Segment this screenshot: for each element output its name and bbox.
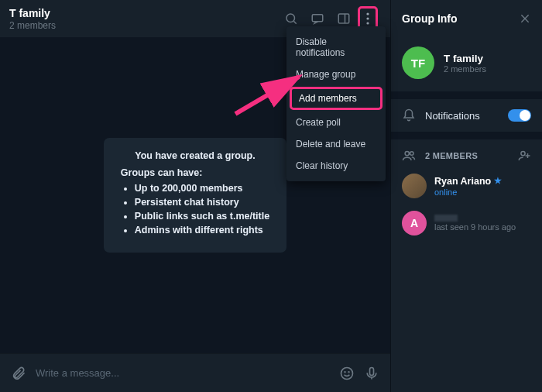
card-bullets: Up to 200,000 members Persistent chat hi… — [121, 183, 269, 236]
svg-point-10 — [345, 371, 345, 372]
message-input[interactable]: Write a message... — [36, 367, 330, 379]
bell-icon — [402, 108, 416, 122]
menu-manage-group[interactable]: Manage group — [286, 64, 386, 85]
svg-point-11 — [348, 371, 349, 372]
group-avatar: TF — [402, 46, 434, 79]
card-bullet: Up to 200,000 members — [135, 183, 269, 194]
chat-area: T family 2 members Disable notifications… — [0, 0, 390, 392]
panel-title: Group Info — [402, 12, 458, 25]
notifications-toggle[interactable] — [508, 109, 531, 122]
redacted-name — [434, 215, 458, 222]
svg-point-5 — [366, 12, 369, 15]
close-icon[interactable] — [519, 12, 531, 25]
members-header: 2 MEMBERS — [391, 139, 542, 167]
group-name: T family — [444, 53, 486, 64]
menu-delete-and-leave[interactable]: Delete and leave — [286, 133, 386, 155]
svg-line-1 — [293, 21, 296, 23]
chat-subtitle: 2 members — [9, 20, 273, 31]
admin-star-icon: ★ — [494, 176, 502, 186]
member-row[interactable]: A last seen 9 hours ago — [391, 205, 542, 242]
avatar — [402, 174, 427, 198]
divider — [391, 91, 542, 99]
card-bullet: Persistent chat history — [135, 197, 269, 208]
voice-icon[interactable] — [364, 366, 379, 381]
member-name: Ryan Ariano★ — [434, 176, 502, 187]
svg-point-16 — [410, 152, 414, 156]
panel-header: Group Info — [391, 0, 542, 37]
svg-point-7 — [366, 22, 369, 24]
group-summary[interactable]: TF T family 2 members — [391, 37, 542, 91]
menu-disable-notifications[interactable]: Disable notifications — [286, 31, 386, 64]
more-menu: Disable notifications Manage group Add m… — [286, 26, 386, 181]
card-bullet: Admins with different rights — [135, 225, 269, 236]
svg-point-0 — [286, 14, 295, 22]
group-members-count: 2 members — [444, 64, 486, 74]
card-bullet: Public links such as t.me/title — [135, 211, 269, 222]
avatar: A — [402, 211, 427, 236]
member-status: online — [434, 187, 502, 197]
chat-title-block[interactable]: T family 2 members — [9, 7, 273, 31]
divider — [391, 132, 542, 139]
group-created-card: You have created a group. Groups can hav… — [104, 138, 286, 253]
menu-create-poll[interactable]: Create poll — [286, 112, 386, 133]
menu-add-members[interactable]: Add members — [290, 87, 382, 110]
svg-rect-2 — [312, 15, 323, 22]
svg-rect-12 — [370, 367, 374, 375]
card-heading: You have created a group. — [121, 150, 269, 161]
attach-icon[interactable] — [11, 366, 26, 381]
member-name — [434, 215, 516, 222]
svg-point-17 — [521, 151, 525, 155]
svg-point-6 — [366, 17, 369, 19]
member-row[interactable]: Ryan Ariano★ online — [391, 167, 542, 205]
members-icon — [402, 149, 416, 163]
svg-rect-3 — [338, 14, 349, 23]
chat-title: T family — [9, 7, 273, 19]
svg-point-15 — [405, 151, 409, 155]
composer: Write a message... — [0, 353, 390, 392]
card-subheading: Groups can have: — [121, 167, 269, 178]
group-info-panel: Group Info TF T family 2 members Notific… — [390, 0, 542, 392]
notifications-label: Notifications — [425, 110, 480, 122]
emoji-icon[interactable] — [339, 366, 355, 381]
menu-clear-history[interactable]: Clear history — [286, 155, 386, 177]
chat-header: T family 2 members Disable notifications… — [0, 0, 390, 37]
member-status: last seen 9 hours ago — [434, 222, 516, 232]
add-member-icon[interactable] — [517, 149, 531, 163]
members-label: 2 MEMBERS — [425, 151, 478, 160]
notifications-row[interactable]: Notifications — [391, 99, 542, 132]
svg-point-9 — [341, 367, 353, 379]
